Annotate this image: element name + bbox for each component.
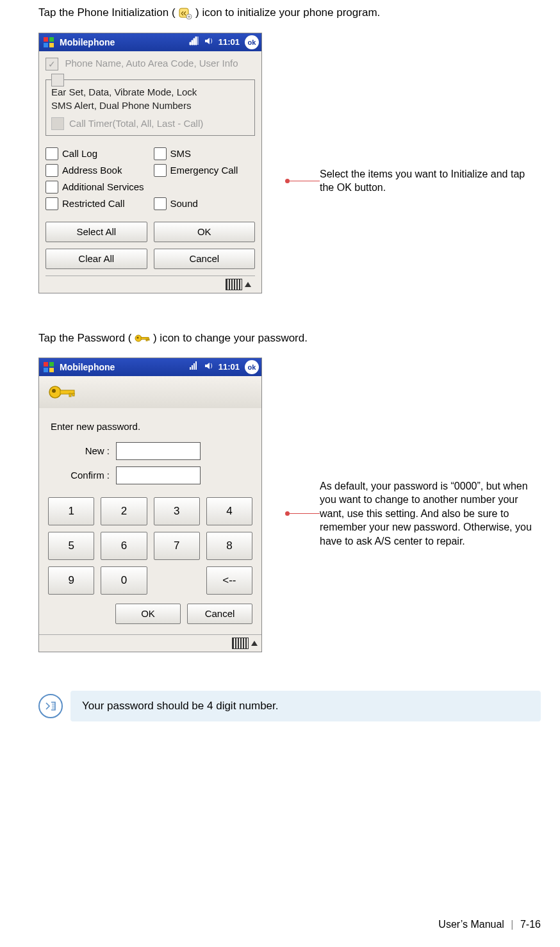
key-icon	[48, 382, 76, 402]
note-text: Your password should be 4 digit number.	[82, 700, 279, 712]
annotation-password: As default, your password is “0000”, but…	[320, 479, 538, 548]
key-2[interactable]: 2	[101, 497, 147, 525]
note-row: Your password should be 4 digit number.	[38, 691, 541, 721]
ok-button[interactable]: OK	[154, 222, 256, 242]
titlebar: Mobilephone 11:01 ok	[39, 33, 261, 51]
intro1-part-a: Tap the Phone Initialization (	[38, 6, 176, 19]
ok-badge[interactable]: ok	[245, 360, 259, 374]
intro1-part-b: ) icon to initialize your phone program.	[195, 6, 380, 19]
disabled-header-text: Phone Name, Auto Area Code, User Info	[65, 58, 244, 70]
password-prompt: Enter new password.	[51, 421, 255, 432]
key-7[interactable]: 7	[154, 532, 200, 560]
callout-line	[288, 513, 320, 514]
cancel-button[interactable]: Cancel	[154, 249, 256, 269]
checkbox-label: Sound	[170, 198, 198, 209]
svg-point-7	[137, 336, 139, 338]
svg-rect-5	[49, 43, 54, 47]
key-9[interactable]: 9	[48, 566, 94, 595]
svg-rect-3	[49, 37, 54, 42]
group-disabled-row: Call Timer(Total, All, Last - Call)	[51, 117, 249, 130]
clear-all-button[interactable]: Clear All	[45, 249, 147, 269]
intro-text-initialization: Tap the Phone Initialization ( ) icon to…	[38, 6, 541, 20]
key-backspace[interactable]: <--	[206, 566, 252, 595]
key-5[interactable]: 5	[48, 532, 94, 560]
group-line-2: SMS Alert, Dual Phone Numbers	[51, 100, 249, 111]
svg-rect-18	[69, 393, 71, 397]
select-all-button[interactable]: Select All	[45, 222, 147, 242]
svg-rect-11	[44, 362, 48, 366]
checkbox-label: SMS	[170, 148, 192, 159]
checkbox-call-log[interactable]: Call Log	[45, 147, 147, 160]
footer-label: User’s Manual	[438, 919, 504, 930]
checkbox-label: Additional Services	[62, 181, 144, 192]
checkbox-sms[interactable]: SMS	[154, 147, 256, 160]
phone-init-icon	[178, 6, 195, 19]
clock-text: 11:01	[218, 37, 240, 47]
checkbox-label: Restricted Call	[62, 198, 125, 209]
app-title: Mobilephone	[60, 362, 115, 372]
bottom-bar	[39, 634, 261, 652]
svg-rect-14	[49, 368, 54, 372]
svg-rect-4	[44, 43, 48, 47]
bottom-bar	[45, 276, 255, 293]
intro-text-password: Tap the Password ( ) icon to change your…	[38, 332, 541, 345]
titlebar: Mobilephone 11:01 ok	[39, 358, 261, 376]
start-icon[interactable]	[42, 360, 56, 374]
checkbox-label: Emergency Call	[170, 165, 238, 176]
note-box: Your password should be 4 digit number.	[70, 691, 541, 721]
checkbox-label: Address Book	[62, 165, 122, 176]
svg-rect-10	[148, 339, 149, 340]
volume-icon	[204, 37, 213, 47]
checkbox-emergency-call[interactable]: Emergency Call	[154, 164, 256, 177]
svg-rect-19	[72, 393, 74, 396]
checkbox-additional-services[interactable]: Additional Services	[45, 181, 255, 194]
key-1[interactable]: 1	[48, 497, 94, 525]
group-disabled-text: Call Timer(Total, All, Last - Call)	[69, 118, 203, 129]
footer-separator: |	[511, 919, 513, 930]
page-footer: User’s Manual | 7-16	[438, 919, 541, 930]
svg-rect-12	[49, 362, 54, 366]
key-0[interactable]: 0	[101, 566, 147, 595]
key-4[interactable]: 4	[206, 497, 252, 525]
label-confirm: Confirm :	[45, 470, 110, 481]
disabled-header-row: ✓ Phone Name, Auto Area Code, User Info	[45, 58, 255, 70]
up-arrow-icon[interactable]	[245, 282, 251, 287]
callout-line	[288, 181, 320, 181]
disabled-square	[51, 117, 64, 130]
feature-groupbox: Ear Set, Data, Vibrate Mode, Lock SMS Al…	[45, 79, 255, 136]
label-new: New :	[45, 445, 110, 456]
checkbox-restricted-call[interactable]: Restricted Call	[45, 197, 147, 210]
checkbox-sound[interactable]: Sound	[154, 197, 256, 210]
volume-icon	[204, 361, 213, 372]
checkbox-label: Call Log	[62, 148, 97, 159]
new-password-input[interactable]	[116, 442, 201, 460]
keyboard-icon[interactable]	[232, 638, 249, 649]
checkbox-address-book[interactable]: Address Book	[45, 164, 147, 177]
up-arrow-icon[interactable]	[251, 641, 258, 646]
disabled-checkbox: ✓	[45, 58, 58, 70]
cancel-button[interactable]: Cancel	[187, 604, 252, 624]
footer-page: 7-16	[520, 919, 541, 930]
key-banner	[39, 376, 261, 408]
key-6[interactable]: 6	[101, 532, 147, 560]
confirm-password-input[interactable]	[116, 466, 201, 484]
initialize-options: Call Log SMS Address Book Emergency Call…	[45, 147, 255, 210]
start-icon[interactable]	[42, 35, 56, 49]
annotation-initialize: Select the items you want to Initialize …	[320, 167, 538, 195]
key-8[interactable]: 8	[206, 532, 252, 560]
signal-icon	[189, 361, 199, 372]
app-title: Mobilephone	[60, 37, 115, 47]
screenshot-password: Mobilephone 11:01 ok	[38, 358, 262, 652]
signal-icon	[189, 37, 199, 47]
info-icon	[38, 694, 63, 718]
clock-text: 11:01	[218, 362, 240, 372]
ok-badge[interactable]: ok	[245, 35, 259, 49]
svg-point-16	[52, 389, 56, 393]
svg-rect-9	[146, 339, 147, 341]
key-3[interactable]: 3	[154, 497, 200, 525]
ok-button[interactable]: OK	[115, 604, 181, 624]
keyboard-icon[interactable]	[226, 279, 242, 290]
svg-rect-2	[44, 37, 48, 42]
group-line-1: Ear Set, Data, Vibrate Mode, Lock	[51, 86, 249, 97]
groupbox-tab	[51, 74, 64, 86]
